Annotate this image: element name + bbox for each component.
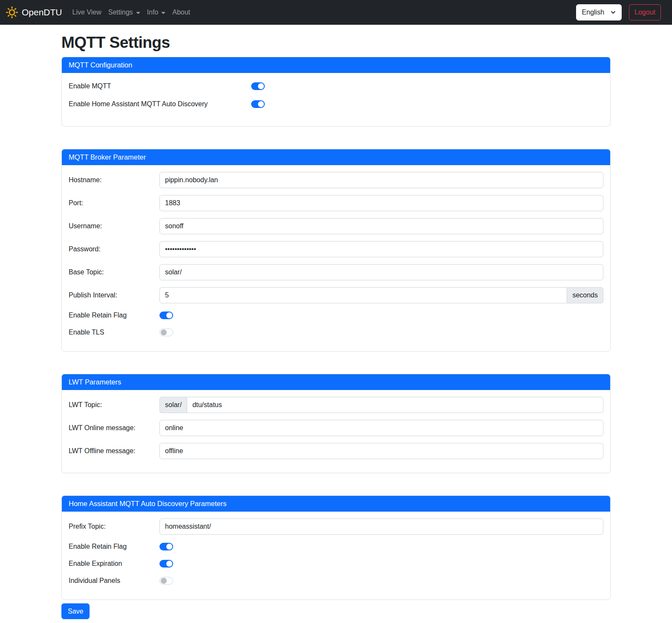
form-row-lwt-offline: LWT Offline message: <box>69 443 603 459</box>
field-label: Individual Panels <box>69 577 159 585</box>
language-select[interactable]: English <box>576 4 622 20</box>
card-header-hass-discovery-parameters: Home Assistant MQTT Auto Discovery Param… <box>62 496 610 512</box>
toggle-knob <box>161 578 167 584</box>
toggle-knob <box>161 329 167 335</box>
field-label: Username: <box>69 222 159 230</box>
nav-item-label: About <box>172 9 190 16</box>
nav-item-label: Live View <box>72 9 101 16</box>
field-label: Enable Expiration <box>69 560 159 568</box>
lwt-topic-prefix-addon: solar/ <box>159 397 187 413</box>
card-hass-discovery-parameters: Home Assistant MQTT Auto Discovery Param… <box>61 495 611 600</box>
form-row-lwt-online: LWT Online message: <box>69 420 603 436</box>
form-row-enable-retain-flag: Enable Retain Flag <box>69 310 603 320</box>
toggle-enable-tls[interactable] <box>159 329 173 336</box>
dropdown-caret-icon <box>161 12 165 14</box>
lwt-offline-input[interactable] <box>159 443 603 459</box>
logout-button[interactable]: Logout <box>629 4 661 20</box>
field-label: Enable MQTT <box>69 82 251 90</box>
toggle-enable-mqtt[interactable] <box>251 82 265 90</box>
dropdown-caret-icon <box>136 12 140 14</box>
toggle-knob <box>258 101 264 107</box>
prefix-topic-input[interactable] <box>159 518 603 535</box>
lwt-topic-input[interactable] <box>187 397 603 413</box>
field-label: Port: <box>69 199 159 207</box>
card-header-lwt-parameters: LWT Parameters <box>62 374 610 390</box>
form-row-individual-panels: Individual Panels <box>69 576 603 586</box>
toggle-hass-enable-retain-flag[interactable] <box>159 543 173 550</box>
username-input[interactable] <box>159 218 603 234</box>
page-title: MQTT Settings <box>61 34 611 52</box>
field-label: Hostname: <box>69 176 159 184</box>
form-row-base-topic: Base Topic: <box>69 264 603 280</box>
brand-opendtu[interactable]: OpenDTU <box>6 6 62 18</box>
form-row-prefix-topic: Prefix Topic: <box>69 518 603 535</box>
form-row-port: Port: <box>69 195 603 211</box>
form-row-username: Username: <box>69 218 603 234</box>
toggle-enable-retain-flag[interactable] <box>159 312 173 319</box>
nav-item-settings[interactable]: Settings <box>105 5 144 20</box>
navbar-right: English Logout <box>576 4 661 20</box>
language-select-value: English <box>582 9 604 16</box>
form-row-enable-mqtt: Enable MQTT <box>69 80 603 93</box>
publish-interval-group: seconds <box>159 287 603 303</box>
card-lwt-parameters: LWT Parameters LWT Topic: solar/ LWT Onl… <box>61 374 611 473</box>
field-label: Enable TLS <box>69 329 159 336</box>
password-input[interactable] <box>159 241 603 257</box>
field-label: Password: <box>69 245 159 253</box>
field-label: Enable Home Assistant MQTT Auto Discover… <box>69 100 251 108</box>
sun-icon <box>6 6 18 18</box>
card-mqtt-broker-parameter: MQTT Broker Parameter Hostname: Port: Us… <box>61 149 611 352</box>
field-label: Prefix Topic: <box>69 523 159 530</box>
card-body: Hostname: Port: Username: Password: Base… <box>62 165 610 351</box>
hostname-input[interactable] <box>159 172 603 188</box>
field-label: LWT Offline message: <box>69 447 159 455</box>
nav-item-about[interactable]: About <box>169 5 194 20</box>
form-row-hostname: Hostname: <box>69 172 603 188</box>
field-label: Publish Interval: <box>69 291 159 299</box>
nav-item-info[interactable]: Info <box>144 5 169 20</box>
card-header-mqtt-configuration: MQTT Configuration <box>62 57 610 73</box>
seconds-unit-addon: seconds <box>567 287 603 303</box>
form-row-hass-enable-retain-flag: Enable Retain Flag <box>69 541 603 552</box>
form-row-enable-hass-discovery: Enable Home Assistant MQTT Auto Discover… <box>69 98 603 111</box>
toggle-knob <box>258 83 264 89</box>
card-body: LWT Topic: solar/ LWT Online message: LW… <box>62 390 610 473</box>
toggle-knob <box>166 544 172 550</box>
base-topic-input[interactable] <box>159 264 603 280</box>
card-header-mqtt-broker-parameter: MQTT Broker Parameter <box>62 149 610 165</box>
form-row-publish-interval: Publish Interval: seconds <box>69 287 603 303</box>
field-label: Enable Retain Flag <box>69 543 159 550</box>
field-label: LWT Online message: <box>69 424 159 432</box>
lwt-topic-group: solar/ <box>159 397 603 413</box>
nav-item-label: Info <box>147 9 159 16</box>
toggle-knob <box>166 312 172 318</box>
card-body: Prefix Topic: Enable Retain Flag Enable … <box>62 512 610 600</box>
field-label: LWT Topic: <box>69 401 159 409</box>
save-button[interactable]: Save <box>61 603 90 619</box>
publish-interval-input[interactable] <box>159 287 567 303</box>
nav-item-label: Settings <box>108 9 133 16</box>
toggle-hass-enable-expiration[interactable] <box>159 560 173 568</box>
form-row-lwt-topic: LWT Topic: solar/ <box>69 397 603 413</box>
lwt-online-input[interactable] <box>159 420 603 436</box>
field-label: Enable Retain Flag <box>69 312 159 319</box>
form-row-password: Password: <box>69 241 603 257</box>
toggle-knob <box>166 561 172 567</box>
form-row-hass-enable-expiration: Enable Expiration <box>69 559 603 569</box>
toggle-enable-hass-discovery[interactable] <box>251 100 265 108</box>
field-label: Base Topic: <box>69 268 159 276</box>
card-body: Enable MQTT Enable Home Assistant MQTT A… <box>62 73 610 126</box>
card-mqtt-configuration: MQTT Configuration Enable MQTT Enable Ho… <box>61 57 611 127</box>
form-row-enable-tls: Enable TLS <box>69 327 603 338</box>
chevron-down-icon <box>611 10 616 15</box>
toggle-individual-panels[interactable] <box>159 577 173 585</box>
navbar: OpenDTU Live View Settings Info About En… <box>0 0 672 25</box>
nav-links: Live View Settings Info About <box>69 5 194 20</box>
brand-label: OpenDTU <box>22 7 62 17</box>
nav-item-live-view[interactable]: Live View <box>69 5 105 20</box>
main-content: MQTT Settings MQTT Configuration Enable … <box>61 34 611 619</box>
port-input[interactable] <box>159 195 603 211</box>
